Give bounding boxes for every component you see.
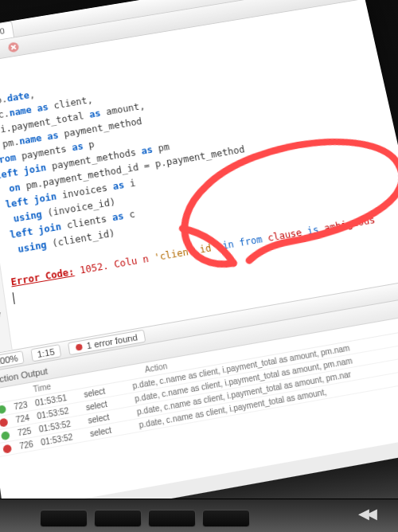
laptop-frame: SQL File 0 1121314151617 ect p.date, c.n… [0,0,398,532]
chevron-left-icon: ◀◀ [358,505,374,522]
status-ok-icon [0,405,6,414]
text-cursor [13,292,15,304]
error-prefix: Error Code: [10,266,75,288]
red-circle-annotation [85,95,369,280]
app-window: SQL File 0 1121314151617 ect p.date, c.n… [0,0,398,528]
stop-icon[interactable] [6,40,21,55]
cursor-position[interactable]: 1:15 [31,344,61,362]
status-ok-icon [1,431,10,440]
check-icon[interactable] [0,43,2,58]
status-error-icon [0,417,8,427]
status-error-icon [2,444,12,453]
keyboard-edge: ◀◀ [0,499,398,532]
